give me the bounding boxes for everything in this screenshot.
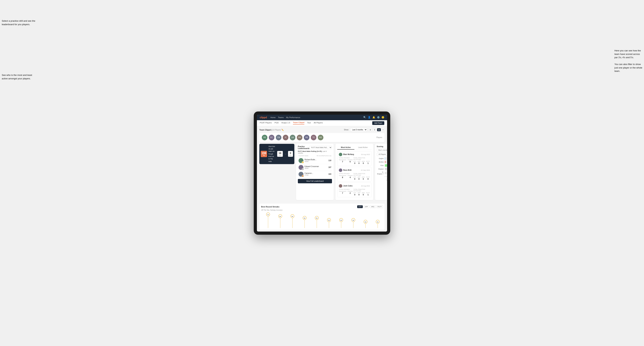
- player-avatar-5[interactable]: LM: [290, 135, 296, 140]
- tab-most-active[interactable]: Most Active: [337, 146, 354, 150]
- scoring-header: Scoring Par 3, 4 & 5s All Players: [377, 146, 387, 156]
- activity-avatar-3[interactable]: J: [339, 184, 342, 188]
- top-row: 198 SQ Shot Dist: 16 yds Start Lie: Roug…: [259, 144, 385, 202]
- player-avatar-3[interactable]: CM: [276, 135, 282, 140]
- leaderboard-subtitle: PUTT Must Make Putting (3-6 ft), Last 3 …: [298, 151, 332, 154]
- player-avatar-1[interactable]: RB: [262, 135, 268, 140]
- streaks-header: Best Round Streaks OTT APP ARG PUTT: [261, 205, 383, 208]
- activity-card-header-2: R Rees Britt 02 Sep 2023: [339, 169, 370, 172]
- player-avatar-4[interactable]: JC: [283, 135, 288, 140]
- subnav-teamclippd[interactable]: Team Clippd: [293, 121, 304, 125]
- activity-card-header-3: J Josh Coles 26 Aug 2023: [339, 184, 370, 188]
- player-avatar-8[interactable]: TD: [311, 135, 316, 140]
- players-row: RB EC CM JC LM BM RB TD WS Players: [259, 133, 385, 142]
- activity-avatar-2[interactable]: R: [339, 169, 342, 172]
- activity-date-2: 02 Sep 2023: [361, 169, 370, 171]
- team-title: Team Clippd: [259, 129, 271, 131]
- svg-text:4x: 4x: [328, 219, 330, 221]
- main-content: Team Clippd | 14 Players ✏️ Show: Last 3…: [257, 126, 387, 231]
- svg-text:5x: 5x: [316, 217, 318, 219]
- view-grid-btn[interactable]: ⊞: [368, 128, 372, 131]
- activity-name-1: Blair McHarg: [343, 154, 354, 155]
- svg-text:4x: 4x: [340, 219, 342, 221]
- activity-player-2: R Rees Britt: [339, 169, 352, 172]
- annotation-bottom-left: See who is the most and least active amo…: [2, 73, 37, 80]
- activity-card-3: J Josh Coles 26 Aug 2023 Total Rounds: [337, 183, 371, 197]
- team-controls: Show: Last 3 months ⊞ ☰ ▤ ≡: [344, 128, 385, 132]
- scoring-title: Scoring: [377, 146, 383, 148]
- bar-row-pars: Pars 499: [377, 164, 387, 167]
- nav-link-teams[interactable]: Teams: [278, 116, 284, 119]
- activity-tabs: Most Active Least Active: [337, 146, 371, 150]
- streaks-tab-arg[interactable]: ARG: [370, 205, 376, 208]
- svg-text:5x: 5x: [304, 217, 306, 219]
- activity-player-1: B Blair McHarg: [339, 153, 354, 156]
- view-icons: ⊞ ☰ ▤ ≡: [368, 128, 385, 131]
- player-avatar-9[interactable]: WS: [318, 135, 324, 140]
- nav-link-performance[interactable]: My Performance: [286, 116, 300, 119]
- subnav-hcaps[interactable]: Hcaps 1-5: [282, 122, 290, 124]
- tab-least-active[interactable]: Least Active: [354, 146, 372, 150]
- streaks-tabs: OTT APP ARG PUTT: [357, 205, 383, 208]
- add-team-button[interactable]: Add Team: [372, 121, 384, 125]
- shot-card: 198 SQ Shot Dist: 16 yds Start Lie: Roug…: [259, 144, 294, 164]
- svg-text:3x: 3x: [377, 221, 378, 223]
- view-full-leaderboard-button[interactable]: View Full Leaderboard: [298, 179, 332, 183]
- nav-logo: clippd: [260, 116, 267, 119]
- show-select[interactable]: Last 3 months: [350, 128, 367, 132]
- settings-icon[interactable]: ⚙️: [377, 116, 380, 119]
- subnav: PGAT Players PGA Hcaps 1-5 Team Clippd T…: [257, 120, 387, 126]
- person-icon[interactable]: 👤: [368, 116, 371, 119]
- search-icon[interactable]: 🔍: [363, 116, 366, 119]
- streaks-chart-container: 7x 6x 6x 5x 5x 4x 4x 4x: [261, 212, 383, 228]
- table-row: RB 1 Richard Butle... 19/20 110: [298, 157, 332, 164]
- players-label: Players: [376, 137, 382, 138]
- scoring-filter-1[interactable]: Par 3, 4 & 5s: [377, 149, 387, 152]
- player-name-score-3: Cameron... 17/20: [304, 172, 327, 176]
- annotation-top-left: Select a practice drill and see the lead…: [2, 19, 37, 26]
- table-row: CM 3 Cameron... 17/20 103: [298, 171, 332, 177]
- player-rank-avatar-3: CM 3: [298, 172, 304, 177]
- streaks-chart-svg: 7x 6x 6x 5x 5x 4x 4x 4x: [261, 212, 383, 228]
- svg-text:6x: 6x: [292, 215, 293, 217]
- player-avatar-2[interactable]: EC: [269, 135, 274, 140]
- end-lie-label: End Lie:: [268, 156, 274, 157]
- drill-select[interactable]: PUTT Must Make Putt...: [310, 146, 332, 149]
- yds-box-2: 0 yds: [288, 151, 293, 157]
- nav-links: Home Teams My Performance: [270, 116, 300, 119]
- tablet-frame: clippd Home Teams My Performance 🔍 👤 🔔 ⚙…: [254, 112, 390, 235]
- streaks-tab-app[interactable]: APP: [364, 205, 369, 208]
- yds-box-1: 16 yds: [277, 151, 283, 157]
- player-avatar-6[interactable]: BM: [297, 135, 302, 140]
- nav-right: 🔍 👤 🔔 ⚙️ 🙂: [363, 116, 384, 119]
- scoring-filter-2[interactable]: All Players: [377, 153, 387, 156]
- activity-stats-2: Total Rounds Tournament 8 Practice: [339, 173, 370, 180]
- subnav-allplayers[interactable]: All Players: [314, 122, 323, 124]
- user-avatar-icon[interactable]: 🙂: [382, 116, 384, 119]
- chart-axis: 0 200 400: [385, 176, 387, 177]
- bar-track-bogeys: [385, 168, 387, 170]
- streaks-tab-putt[interactable]: PUTT: [376, 205, 383, 208]
- bar-fill-bogeys: [385, 168, 387, 170]
- bell-icon[interactable]: 🔔: [372, 116, 375, 119]
- subnav-tour[interactable]: Tour: [307, 122, 311, 124]
- subnav-pgat[interactable]: PGAT Players: [260, 122, 272, 124]
- leaderboard-title: Practice Leaderboards: [298, 146, 310, 149]
- view-detail-btn[interactable]: ≡: [382, 128, 385, 131]
- view-card-btn[interactable]: ▤: [377, 128, 381, 131]
- player-avatar-7[interactable]: RB: [304, 135, 310, 140]
- nav-link-home[interactable]: Home: [270, 116, 276, 119]
- three-col: Practice Leaderboards PUTT Must Make Put…: [296, 144, 387, 200]
- bar-track-dbogeys: [385, 172, 387, 174]
- leaderboard-panel: Practice Leaderboards PUTT Must Make Put…: [296, 144, 334, 200]
- bar-track-eagles: [385, 157, 387, 160]
- activity-panel: Most Active Least Active B Blair McHarg …: [336, 144, 373, 200]
- svg-text:3x: 3x: [365, 221, 366, 223]
- edit-team-icon[interactable]: ✏️: [282, 129, 284, 131]
- bar-row-dbogeys: D. Bogeys + 131: [377, 171, 387, 175]
- leaderboard-header-row: Practice Leaderboards PUTT Must Make Put…: [298, 146, 332, 149]
- view-list-btn[interactable]: ☰: [373, 128, 376, 131]
- activity-avatar-1[interactable]: B: [339, 153, 342, 156]
- subnav-pga[interactable]: PGA: [274, 122, 278, 124]
- streaks-tab-ott[interactable]: OTT: [357, 205, 363, 208]
